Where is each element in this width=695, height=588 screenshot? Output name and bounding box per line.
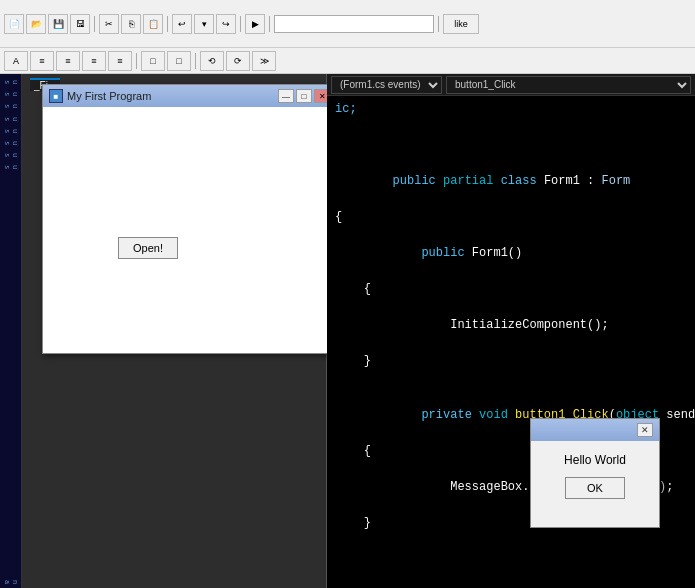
winform-title-icon: ■	[49, 89, 63, 103]
undo-icon[interactable]: ↩	[172, 14, 192, 34]
sep2	[167, 16, 168, 32]
code-line-3: public partial class Form1 : Form	[335, 154, 687, 208]
sep4	[269, 16, 270, 32]
winform-minimize-btn[interactable]: —	[278, 89, 294, 103]
winform-title-text: My First Program	[67, 90, 151, 102]
format-btn-10[interactable]: ≫	[252, 51, 276, 71]
open-file-icon[interactable]: 📂	[26, 14, 46, 34]
ok-button[interactable]: OK	[565, 477, 625, 499]
code-line-7: InitializeComponent();	[335, 298, 687, 352]
sidebar-tab-8[interactable]: us	[0, 161, 21, 173]
format-btn-5[interactable]: ≡	[108, 51, 132, 71]
winform-window: ■ My First Program — □ ✕ Open!	[42, 84, 337, 354]
sidebar-tab-3[interactable]: us	[0, 100, 21, 112]
copy-icon[interactable]: ⎘	[121, 14, 141, 34]
format-btn-1[interactable]: A	[4, 51, 28, 71]
sidebar-tab-na[interactable]: na	[0, 576, 21, 588]
winform-restore-btn[interactable]: □	[296, 89, 312, 103]
sidebar-tab-7[interactable]: us	[0, 149, 21, 161]
undo-dropdown-icon[interactable]: ▾	[194, 14, 214, 34]
redo-icon[interactable]: ↪	[216, 14, 236, 34]
cut-icon[interactable]: ✂	[99, 14, 119, 34]
winform-body: Open!	[43, 107, 336, 353]
hello-world-dialog: ✕ Hello World OK	[530, 418, 660, 528]
format-btn-6[interactable]: □	[141, 51, 165, 71]
sep1	[94, 16, 95, 32]
winform-controls: — □ ✕	[278, 89, 330, 103]
format-toolbar: A ≡ ≡ ≡ ≡ □ □ ⟲ ⟳ ≫	[0, 48, 695, 74]
hello-dialog-body: Hello World OK	[531, 441, 659, 507]
code-line-blank1	[335, 118, 687, 136]
sidebar-tab-2[interactable]: us	[0, 88, 21, 100]
class-dropdown[interactable]: (Form1.cs events)	[331, 76, 442, 94]
paste-icon[interactable]: 📋	[143, 14, 163, 34]
sep3	[240, 16, 241, 32]
hello-dialog-close-btn[interactable]: ✕	[637, 423, 653, 437]
form-designer: _Fi... ■ My First Program — □ ✕ Open!	[22, 74, 327, 588]
format-btn-7[interactable]: □	[167, 51, 191, 71]
sep6	[136, 53, 137, 69]
sidebar-tab-1[interactable]: us	[0, 76, 21, 88]
sidebar-tab-4[interactable]: us	[0, 113, 21, 125]
format-btn-9[interactable]: ⟳	[226, 51, 250, 71]
winform-titlebar: ■ My First Program — □ ✕	[43, 85, 336, 107]
hello-dialog-titlebar: ✕	[531, 419, 659, 441]
hello-world-text: Hello World	[564, 453, 626, 467]
format-btn-2[interactable]: ≡	[30, 51, 54, 71]
save-all-icon[interactable]: 🖫	[70, 14, 90, 34]
search-input[interactable]	[274, 15, 434, 33]
open-button[interactable]: Open!	[118, 237, 178, 259]
format-btn-3[interactable]: ≡	[56, 51, 80, 71]
code-line-8: }	[335, 352, 687, 370]
left-sidebar: us us us us us us us us na	[0, 74, 22, 588]
like-button[interactable]: like	[443, 14, 479, 34]
format-btn-4[interactable]: ≡	[82, 51, 106, 71]
method-dropdown[interactable]: button1_Click	[446, 76, 691, 94]
code-line-6: {	[335, 280, 687, 298]
code-line-blank2	[335, 136, 687, 154]
sidebar-tab-6[interactable]: us	[0, 137, 21, 149]
sep7	[195, 53, 196, 69]
code-line-blank3	[335, 370, 687, 388]
format-btn-8[interactable]: ⟲	[200, 51, 224, 71]
sep5	[438, 16, 439, 32]
code-line-4: {	[335, 208, 687, 226]
debug-icon[interactable]: ▶	[245, 14, 265, 34]
sidebar-tab-5[interactable]: us	[0, 125, 21, 137]
new-file-icon[interactable]: 📄	[4, 14, 24, 34]
dropdown-bar: (Form1.cs events) button1_Click	[327, 74, 695, 96]
save-file-icon[interactable]: 💾	[48, 14, 68, 34]
toolbar-row-1: 📄 📂 💾 🖫 ✂ ⎘ 📋 ↩ ▾ ↪ ▶ like	[4, 14, 479, 34]
code-line-5: public Form1()	[335, 226, 687, 280]
main-toolbar: 📄 📂 💾 🖫 ✂ ⎘ 📋 ↩ ▾ ↪ ▶ like	[0, 0, 695, 48]
hello-dialog-title	[537, 424, 540, 436]
code-line-1: ic;	[335, 100, 687, 118]
